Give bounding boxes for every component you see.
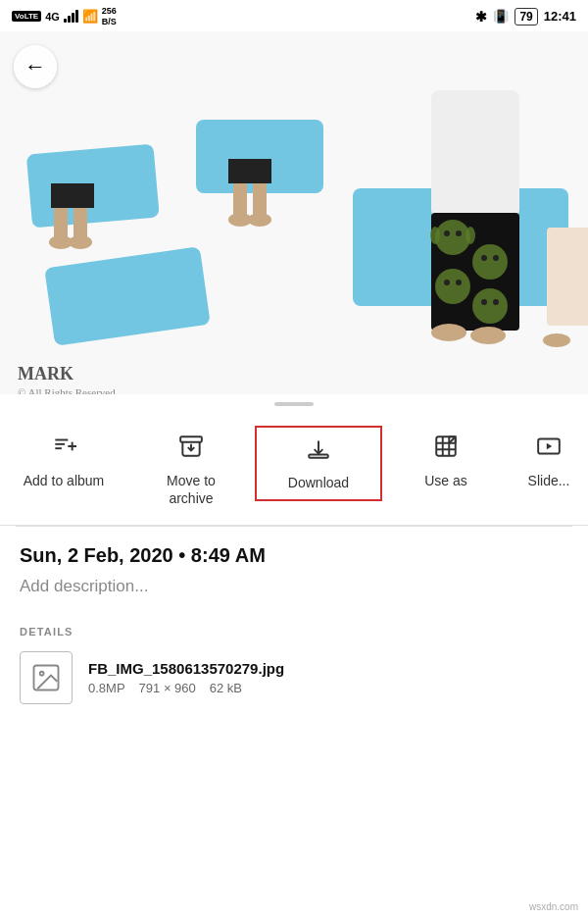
vibrate-icon: 📳 <box>493 9 509 24</box>
data-speed: 256B/S <box>102 6 117 27</box>
svg-point-29 <box>430 227 440 244</box>
svg-rect-33 <box>547 228 588 326</box>
details-section: DETAILS FB_IMG_1580613570279.jpg 0.8MP 7… <box>0 626 588 724</box>
actions-row: Add to album Move to archive Download <box>0 414 588 526</box>
file-info: FB_IMG_1580613570279.jpg 0.8MP 791 × 960… <box>88 660 284 695</box>
clock: 12:41 <box>544 9 576 24</box>
svg-point-31 <box>431 324 466 341</box>
back-button[interactable]: ← <box>14 45 57 88</box>
signal-bars <box>64 11 78 23</box>
download-button[interactable]: Download <box>255 426 382 501</box>
svg-point-34 <box>543 333 570 347</box>
svg-point-21 <box>444 230 450 236</box>
archive-icon <box>178 434 204 466</box>
download-icon <box>306 435 331 468</box>
svg-rect-10 <box>233 179 247 218</box>
svg-point-27 <box>481 299 487 305</box>
use-as-icon <box>433 434 459 466</box>
file-row: FB_IMG_1580613570279.jpg 0.8MP 791 × 960… <box>20 651 568 704</box>
file-meta: 0.8MP 791 × 960 62 kB <box>88 681 284 695</box>
svg-rect-14 <box>228 159 271 183</box>
svg-point-22 <box>456 230 462 236</box>
svg-point-13 <box>248 213 271 227</box>
svg-point-32 <box>470 327 506 344</box>
svg-rect-45 <box>309 454 328 457</box>
svg-rect-42 <box>180 436 202 441</box>
photo-view: MARK © All Rights Reserved ← <box>0 31 588 394</box>
date-time: Sun, 2 Feb, 2020 • 8:49 AM <box>20 544 568 567</box>
wifi-icon: 📶 <box>82 9 98 24</box>
add-to-album-label: Add to album <box>24 472 105 489</box>
svg-point-8 <box>69 235 92 249</box>
add-to-album-button[interactable]: Add to album <box>0 426 127 497</box>
file-thumbnail <box>20 651 73 704</box>
info-section: Sun, 2 Feb, 2020 • 8:49 AM Add descripti… <box>0 527 588 626</box>
slideshow-label: Slide... <box>528 472 570 489</box>
file-name: FB_IMG_1580613570279.jpg <box>88 660 284 677</box>
svg-point-30 <box>466 227 475 244</box>
back-arrow-icon: ← <box>24 54 46 79</box>
add-to-album-icon <box>51 434 76 466</box>
slideshow-icon <box>536 434 562 466</box>
watermark: wsxdn.com <box>529 901 578 912</box>
svg-rect-11 <box>253 179 267 218</box>
svg-point-24 <box>493 255 499 261</box>
drag-handle[interactable] <box>274 402 314 406</box>
battery-indicator: 79 <box>514 8 537 26</box>
add-description[interactable]: Add description... <box>20 577 568 596</box>
svg-text:MARK: MARK <box>18 364 74 383</box>
svg-point-19 <box>435 269 470 304</box>
svg-text:© All Rights Reserved: © All Rights Reserved <box>18 386 116 394</box>
download-label: Download <box>288 474 349 491</box>
svg-point-26 <box>456 280 462 285</box>
move-to-archive-button[interactable]: Move to archive <box>127 426 255 515</box>
archive-label: Move to archive <box>167 472 216 507</box>
status-bar: VoLTE 4G 📶 256B/S ✱ 📳 79 12:41 <box>0 0 588 31</box>
svg-point-17 <box>435 220 470 255</box>
svg-rect-15 <box>431 90 519 218</box>
file-dimensions: 791 × 960 <box>139 681 196 695</box>
use-as-label: Use as <box>424 472 467 489</box>
status-left: VoLTE 4G 📶 256B/S <box>12 6 117 27</box>
svg-point-25 <box>444 280 450 285</box>
signal-4g: 4G <box>45 11 60 23</box>
details-label: DETAILS <box>20 626 568 638</box>
svg-rect-9 <box>51 183 94 208</box>
volte-badge: VoLTE <box>12 11 41 22</box>
svg-point-18 <box>472 244 508 280</box>
file-size: 62 kB <box>210 681 242 695</box>
svg-point-28 <box>493 299 499 305</box>
use-as-button[interactable]: Use as <box>382 426 510 497</box>
status-right: ✱ 📳 79 12:41 <box>475 8 576 26</box>
svg-point-20 <box>472 288 508 324</box>
bluetooth-icon: ✱ <box>475 9 487 25</box>
file-resolution: 0.8MP <box>88 681 125 695</box>
svg-point-51 <box>40 672 44 676</box>
svg-point-23 <box>481 255 487 261</box>
slideshow-button[interactable]: Slide... <box>510 426 588 497</box>
